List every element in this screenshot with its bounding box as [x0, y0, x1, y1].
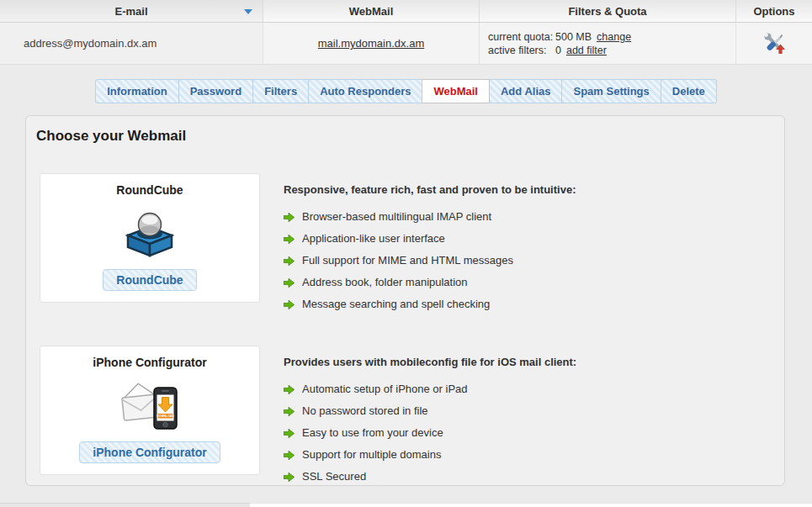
- list-item: Address book, folder manipulation: [284, 277, 576, 288]
- roundcube-row: RoundCube RoundCube Responsive, feature …: [40, 173, 784, 320]
- download-badge-text: DOWNLOAD: [157, 415, 174, 418]
- list-item: Browser-based multilingual IMAP client: [284, 211, 576, 223]
- green-arrow-icon: [284, 277, 295, 288]
- list-item: Easy to use from your device: [284, 427, 576, 439]
- roundcube-features: Responsive, feature rich, fast and prove…: [284, 173, 576, 320]
- webmail-link-cell: mail.mydomain.dx.am: [263, 23, 480, 64]
- webmail-url-link[interactable]: mail.mydomain.dx.am: [318, 37, 424, 50]
- iphone-configurator-features: Provides users with mobileconfig file fo…: [284, 346, 576, 493]
- filters-quota-column-label: Filters & Quota: [568, 5, 646, 18]
- summary-data-row: address@mydomain.dx.am mail.mydomain.dx.…: [0, 23, 812, 65]
- roundcube-features-title: Responsive, feature rich, fast and prove…: [284, 183, 576, 196]
- iphone-configurator-card: iPhone Configurator DOWNLOAD iPhone Conf…: [40, 346, 260, 475]
- chevron-down-icon[interactable]: [244, 9, 252, 14]
- list-item: Full support for MIME and HTML messages: [284, 255, 576, 267]
- green-arrow-icon: [284, 299, 295, 310]
- column-header-filters-quota: Filters & Quota: [480, 0, 736, 22]
- list-item: Application-like user interface: [284, 233, 576, 245]
- change-quota-link[interactable]: change: [597, 30, 631, 44]
- green-arrow-icon: [284, 384, 295, 395]
- page-title: Choose your Webmail: [36, 128, 784, 145]
- iphone-configurator-button[interactable]: iPhone Configurator: [79, 441, 220, 463]
- green-arrow-icon: [284, 234, 295, 245]
- green-arrow-icon: [284, 472, 295, 483]
- options-tools-button[interactable]: [736, 23, 812, 64]
- summary-header-row: E-mail WebMail Filters & Quota Options: [0, 0, 812, 23]
- tab-spam-settings[interactable]: Spam Settings: [562, 79, 661, 103]
- roundcube-card-title: RoundCube: [116, 183, 183, 197]
- iphone-configurator-card-title: iPhone Configurator: [93, 356, 206, 369]
- email-column-label: E-mail: [114, 5, 147, 18]
- iphone-configurator-icon: DOWNLOAD: [119, 379, 181, 431]
- column-header-webmail: WebMail: [263, 0, 480, 22]
- tab-webmail[interactable]: WebMail: [422, 79, 490, 103]
- green-arrow-icon: [284, 428, 295, 439]
- list-item: Automatic setup of iPhone or iPad: [284, 383, 576, 395]
- active-filters-label: active filters:: [488, 44, 555, 57]
- tools-icon: [762, 31, 787, 55]
- roundcube-logo: [123, 209, 177, 257]
- filters-quota-cell: current quota: 500 MB change active filt…: [480, 23, 736, 64]
- roundcube-button[interactable]: RoundCube: [103, 269, 196, 291]
- list-item: Support for multiple domains: [284, 449, 576, 461]
- list-item: No password stored in file: [284, 405, 576, 417]
- quota-label: current quota:: [488, 30, 555, 44]
- green-arrow-icon: [284, 212, 295, 223]
- webmail-panel: Choose your Webmail RoundCube RoundCube …: [25, 115, 785, 486]
- green-arrow-icon: [284, 256, 295, 267]
- roundcube-card: RoundCube RoundCube: [40, 173, 260, 303]
- next-section-peek-left: [0, 503, 250, 507]
- next-section-peek: [0, 503, 812, 507]
- green-arrow-icon: [284, 406, 295, 417]
- column-header-options: Options: [736, 0, 812, 22]
- options-column-label: Options: [753, 5, 794, 18]
- tab-delete[interactable]: Delete: [661, 79, 717, 103]
- tab-auto-responders[interactable]: Auto Responders: [309, 79, 422, 103]
- email-summary-table: E-mail WebMail Filters & Quota Options a…: [0, 0, 812, 65]
- list-item: Message searching and spell checking: [284, 298, 576, 310]
- iphone-features-title: Provides users with mobileconfig file fo…: [284, 356, 576, 368]
- column-header-email[interactable]: E-mail: [0, 0, 263, 22]
- tab-filters[interactable]: Filters: [253, 79, 309, 103]
- tab-password[interactable]: Password: [179, 79, 253, 103]
- email-settings-tabbar: Information Password Filters Auto Respon…: [0, 79, 812, 103]
- iphone-configurator-row: iPhone Configurator DOWNLOAD iPhone Conf…: [40, 346, 784, 493]
- email-address: address@mydomain.dx.am: [24, 37, 157, 50]
- add-filter-link[interactable]: add filter: [566, 44, 607, 57]
- list-item: SSL Secured: [284, 471, 576, 483]
- active-filters-value: 0: [555, 44, 561, 57]
- email-address-cell: address@mydomain.dx.am: [0, 23, 263, 64]
- webmail-column-label: WebMail: [349, 5, 394, 18]
- tab-add-alias[interactable]: Add Alias: [490, 79, 562, 103]
- tab-information[interactable]: Information: [95, 79, 179, 103]
- quota-value: 500 MB: [555, 30, 592, 44]
- next-section-peek-right: [250, 503, 812, 507]
- green-arrow-icon: [284, 450, 295, 461]
